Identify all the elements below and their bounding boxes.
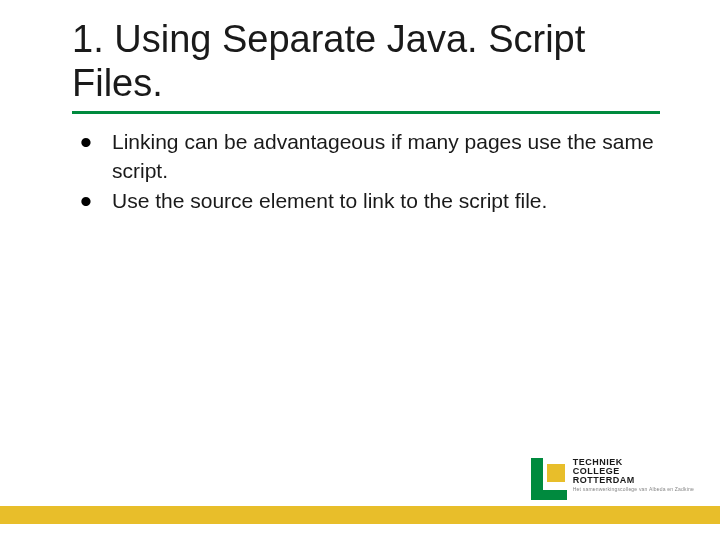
bullet-list: Linking can be advantageous if many page… (72, 128, 660, 215)
slide: 1. Using Separate Java. Script Files. Li… (0, 0, 720, 540)
list-item: Linking can be advantageous if many page… (80, 128, 660, 185)
logo-text: TECHNIEK COLLEGE ROTTERDAM Het samenwerk… (573, 458, 694, 492)
slide-title: 1. Using Separate Java. Script Files. (72, 18, 660, 114)
logo-line: ROTTERDAM (573, 476, 694, 485)
logo: TECHNIEK COLLEGE ROTTERDAM Het samenwerk… (531, 458, 694, 500)
logo-subtext: Het samenwerkingscollege van Albeda en Z… (573, 487, 694, 492)
logo-mark-icon (531, 458, 567, 500)
list-item: Use the source element to link to the sc… (80, 187, 660, 215)
footer-band (0, 506, 720, 524)
